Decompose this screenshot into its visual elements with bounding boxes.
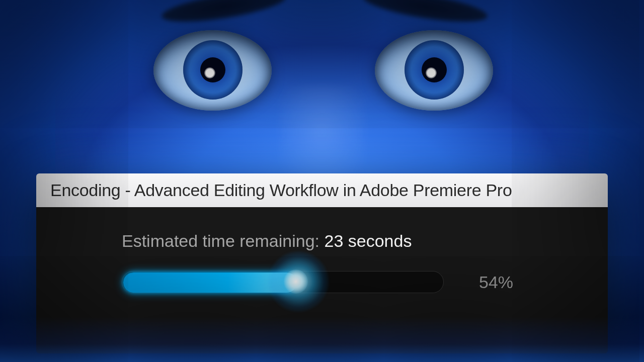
progress-percent-text: 54%: [479, 273, 513, 292]
iris-left: [183, 40, 243, 100]
catchlight-left: [204, 67, 215, 78]
eta-value: 23 seconds: [325, 231, 412, 250]
eta-label: Estimated time remaining:: [122, 231, 325, 250]
progress-row: 54%: [122, 271, 583, 293]
eye-left: [153, 30, 272, 111]
progress-bar: [122, 271, 444, 293]
eta-row: Estimated time remaining: 23 seconds: [122, 231, 583, 251]
catchlight-right: [426, 67, 437, 78]
dialog-titlebar[interactable]: Encoding - Advanced Editing Workflow in …: [36, 173, 608, 207]
iris-right: [405, 40, 464, 100]
dialog-body: Estimated time remaining: 23 seconds 54%: [36, 207, 608, 353]
eye-right: [375, 30, 493, 111]
progress-fill: [123, 273, 297, 293]
encoding-dialog: Encoding - Advanced Editing Workflow in …: [36, 173, 608, 353]
